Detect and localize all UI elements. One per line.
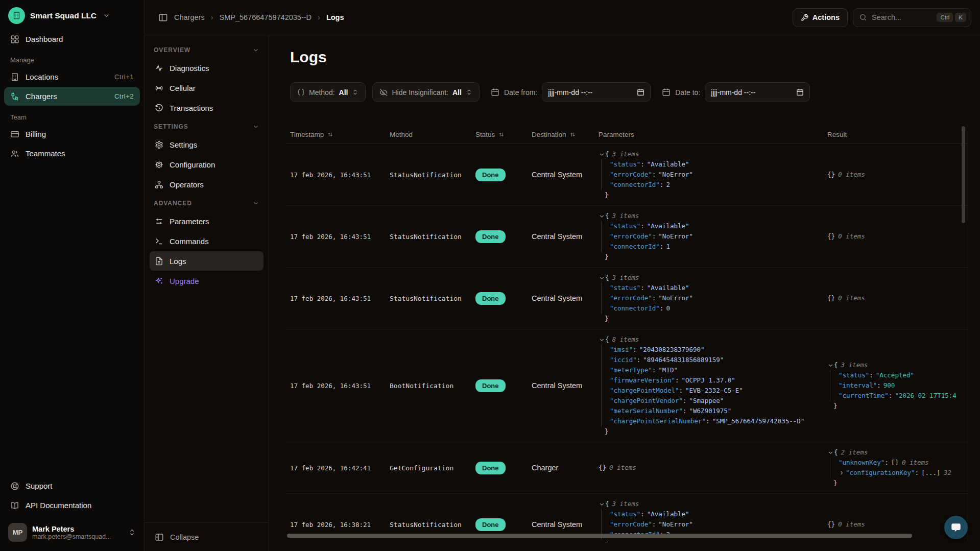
date-to-input[interactable]: jjjj-mm-dd --:-- [705, 82, 810, 102]
subnav-section-overview[interactable]: OVERVIEW [145, 41, 269, 58]
search-shortcut: Ctrl K [937, 13, 966, 22]
subnav-item-transactions[interactable]: Transactions [150, 98, 264, 117]
user-name: Mark Peters [32, 525, 111, 533]
history-clock-icon [155, 104, 163, 112]
chevron-down-icon [103, 12, 110, 19]
subnav-item-diagnostics[interactable]: Diagnostics [150, 58, 264, 78]
parameters-cell: {3 items"status":"Available""errorCode":… [599, 273, 827, 324]
json-expand-icon[interactable] [839, 470, 845, 476]
subnav-section-label: ADVANCED [154, 200, 192, 207]
json-collapse-icon[interactable] [827, 449, 834, 456]
destination-cell: Central System [532, 171, 599, 179]
timestamp-cell: 17 feb 2026, 16:43:51 [286, 295, 390, 302]
sliders-icon [155, 217, 163, 226]
sidebar-item-billing[interactable]: Billing [4, 125, 140, 143]
subnav-item-label: Commands [170, 237, 209, 246]
date-to-value: jjjj-mm-dd --:-- [711, 88, 755, 97]
json-collapse-icon[interactable] [599, 337, 605, 343]
actions-label: Actions [812, 13, 840, 21]
method-cell: StatusNotification [390, 171, 475, 179]
subnav-item-parameters[interactable]: Parameters [150, 211, 264, 231]
actions-button[interactable]: Actions [793, 8, 848, 27]
json-collapse-icon[interactable] [599, 151, 605, 158]
subnav-item-logs[interactable]: Logs [150, 251, 264, 271]
hide-insignificant-select[interactable]: Hide Insignificant: All [372, 82, 479, 102]
parameters-cell: {3 items"status":"Available""errorCode":… [599, 211, 827, 262]
subnav-section-advanced[interactable]: ADVANCED [145, 195, 269, 211]
column-header-status[interactable]: Status [475, 131, 532, 138]
calendar-picker-icon[interactable] [637, 88, 644, 96]
method-cell: GetConfiguration [390, 464, 475, 472]
subnav-section-settings[interactable]: SETTINGS [145, 118, 269, 134]
date-from-input[interactable]: jjjj-mm-dd --:-- [542, 82, 651, 102]
result-cell: {}0 items [827, 293, 968, 303]
sidebar-item-label: Locations [26, 73, 58, 81]
vertical-scrollbar[interactable] [962, 126, 965, 223]
collapse-label: Collapse [170, 533, 199, 541]
status-cell: Done [475, 462, 532, 474]
user-menu[interactable]: MP Mark Peters mark.peters@smartsquad... [4, 519, 140, 546]
subnav-item-settings[interactable]: Settings [150, 135, 264, 154]
book-open-icon [10, 501, 19, 510]
table-row: 17 feb 2026, 16:43:51StatusNotificationD… [286, 268, 968, 329]
sidebar-item-label: Support [26, 482, 53, 490]
json-collapse-icon[interactable] [827, 362, 834, 369]
status-badge: Done [475, 230, 506, 243]
sidebar-item-dashboard[interactable]: Dashboard [4, 30, 140, 49]
column-header-method[interactable]: Method [390, 131, 475, 138]
terminal-icon [155, 237, 163, 246]
lifebuoy-icon [10, 482, 19, 491]
column-header-result: Result [827, 131, 968, 138]
search-icon [859, 13, 867, 21]
dashboard-icon [10, 35, 19, 44]
json-collapse-icon[interactable] [599, 275, 605, 281]
subnav-item-upgrade[interactable]: Upgrade [150, 271, 264, 291]
result-cell: {3 items"status":"Accepted""interval":90… [827, 360, 968, 411]
user-email: mark.peters@smartsquad... [32, 533, 111, 540]
status-cell: Done [475, 379, 532, 392]
sidebar-item-api-documentation[interactable]: API Documentation [4, 496, 140, 515]
panel-left-icon[interactable] [158, 13, 168, 22]
charger-cable-icon [10, 92, 19, 101]
subnav-item-configuration[interactable]: Configuration [150, 155, 264, 174]
json-collapse-icon[interactable] [599, 213, 605, 220]
date-from-group: Date from: jjjj-mm-dd --:-- [491, 82, 651, 102]
sidebar-item-chargers[interactable]: Chargers Ctrl+2 [4, 87, 140, 106]
json-collapse-icon[interactable] [599, 501, 605, 508]
sidebar-item-support[interactable]: Support [4, 476, 140, 495]
chevrons-up-down-icon [352, 89, 358, 95]
column-header-timestamp[interactable]: Timestamp [286, 131, 390, 138]
status-cell: Done [475, 518, 532, 531]
result-cell: {}0 items [827, 170, 968, 180]
users-icon [10, 149, 19, 158]
eye-off-icon [379, 88, 388, 97]
result-cell: {}0 items [827, 231, 968, 242]
collapse-sidebar-button[interactable]: Collapse [145, 522, 269, 551]
subnav-item-cellular[interactable]: Cellular [150, 78, 264, 98]
search-input[interactable]: Search... Ctrl K [853, 8, 971, 27]
sidebar-item-teammates[interactable]: Teammates [4, 144, 140, 163]
method-filter-select[interactable]: Method: All [290, 82, 366, 102]
org-switcher[interactable]: Smart Squad LLC [0, 0, 144, 29]
braces-icon [297, 88, 305, 96]
breadcrumb-current: Logs [326, 13, 344, 21]
status-badge: Done [475, 462, 506, 474]
primary-sidebar: Smart Squad LLC Dashboard Manage Locatio… [0, 0, 145, 551]
sort-icon [498, 131, 505, 138]
sidebar-item-locations[interactable]: Locations Ctrl+1 [4, 67, 140, 86]
horizontal-scrollbar[interactable] [287, 534, 912, 538]
sidebar-item-label: API Documentation [26, 501, 91, 510]
breadcrumb-chargers[interactable]: Chargers [174, 13, 205, 21]
breadcrumb-charger-id[interactable]: SMP_567664759742035--D [219, 13, 312, 21]
subnav-item-commands[interactable]: Commands [150, 231, 264, 251]
chevron-down-icon [252, 46, 259, 54]
file-text-icon [155, 257, 163, 266]
calendar-picker-icon[interactable] [796, 88, 804, 96]
section-label-team: Team [0, 106, 144, 124]
status-badge: Done [475, 518, 506, 531]
sidebar-footer: Support API Documentation MP Mark Peters… [0, 472, 144, 551]
column-header-destination[interactable]: Destination [532, 131, 599, 138]
subnav-item-operators[interactable]: Operators [150, 175, 264, 194]
chat-widget-button[interactable] [944, 516, 968, 539]
column-header-parameters: Parameters [599, 131, 827, 138]
